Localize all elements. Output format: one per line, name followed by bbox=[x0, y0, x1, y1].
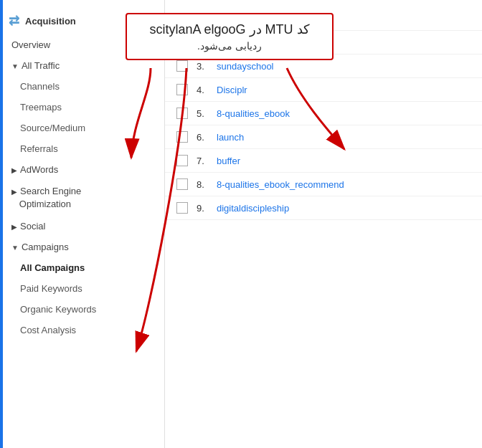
table-row: 7.buffer bbox=[165, 149, 482, 173]
sidebar-item-paid-keywords[interactable]: Paid Keywords bbox=[0, 278, 164, 299]
social-arrow: ▶ bbox=[11, 223, 17, 231]
sidebar-item-cost-analysis[interactable]: Cost Analysis bbox=[0, 320, 164, 340]
callout-subtitle: ردیابی می‌شود. bbox=[138, 40, 321, 52]
campaign-link[interactable]: digitaldiscipleship bbox=[217, 203, 289, 214]
sidebar-item-adwords[interactable]: ▶AdWords bbox=[0, 159, 164, 180]
sidebar-item-source-medium[interactable]: Source/Medium bbox=[0, 118, 164, 138]
campaign-link[interactable]: 8-qualities_ebook_recommend bbox=[217, 179, 344, 190]
table-row: 4.Disciplr bbox=[165, 78, 482, 102]
table-row: 5.8-qualities_ebook bbox=[165, 102, 482, 125]
adwords-arrow: ▶ bbox=[11, 166, 17, 174]
seo-arrow: ▶ bbox=[11, 187, 17, 197]
campaign-link[interactable]: sundayschool bbox=[217, 61, 274, 72]
acquisition-icon: ⇄ bbox=[9, 13, 19, 29]
table-row: 6.launch bbox=[165, 125, 482, 149]
sidebar-item-referrals[interactable]: Referrals bbox=[0, 138, 164, 159]
row-number: 3. bbox=[197, 61, 211, 72]
sidebar-item-channels[interactable]: Channels bbox=[0, 76, 164, 97]
campaign-link[interactable]: launch bbox=[217, 132, 244, 143]
callout-title: کد UTM در Google Analytics bbox=[138, 22, 321, 37]
sidebar: ⇄ Acquisition Overview ▼All Traffic Chan… bbox=[0, 0, 165, 448]
sidebar-item-organic-keywords[interactable]: Organic Keywords bbox=[0, 299, 164, 320]
all-traffic-arrow: ▼ bbox=[11, 62, 19, 70]
row-number: 4. bbox=[197, 85, 211, 95]
row-number: 7. bbox=[197, 156, 211, 166]
row-checkbox[interactable] bbox=[176, 155, 188, 166]
callout-box: کد UTM در Google Analytics ردیابی می‌شود… bbox=[126, 13, 334, 60]
sidebar-item-social[interactable]: ▶Social bbox=[0, 216, 164, 237]
row-checkbox[interactable] bbox=[176, 84, 188, 95]
table-row: 9.digitaldiscipleship bbox=[165, 196, 482, 220]
acquisition-label: Acquisition bbox=[25, 16, 76, 27]
row-checkbox[interactable] bbox=[176, 202, 188, 214]
page-container: ⇄ Acquisition Overview ▼All Traffic Chan… bbox=[0, 0, 482, 448]
row-number: 9. bbox=[197, 203, 211, 214]
row-number: 6. bbox=[197, 132, 211, 143]
campaign-link[interactable]: buffer bbox=[217, 156, 240, 166]
sidebar-item-seo[interactable]: ▶Search Engine Optimization bbox=[0, 180, 164, 216]
row-checkbox[interactable] bbox=[176, 178, 188, 190]
table-row: 8.8-qualities_ebook_recommend bbox=[165, 173, 482, 196]
sidebar-item-treemaps[interactable]: Treemaps bbox=[0, 97, 164, 118]
row-checkbox[interactable] bbox=[176, 60, 188, 72]
campaigns-arrow: ▼ bbox=[11, 244, 19, 252]
sidebar-item-all-campaigns[interactable]: All Campaigns bbox=[0, 257, 164, 278]
row-number: 8. bbox=[197, 179, 211, 190]
row-number: 5. bbox=[197, 108, 211, 119]
left-border bbox=[0, 0, 3, 448]
row-checkbox[interactable] bbox=[176, 108, 188, 119]
campaign-link[interactable]: Disciplr bbox=[217, 85, 247, 95]
row-checkbox[interactable] bbox=[176, 131, 188, 143]
campaign-link[interactable]: 8-qualities_ebook bbox=[217, 108, 290, 119]
main-content: 1.relationships_ebook2.20questions_ebook… bbox=[165, 0, 482, 448]
sidebar-item-campaigns[interactable]: ▼Campaigns bbox=[0, 237, 164, 257]
